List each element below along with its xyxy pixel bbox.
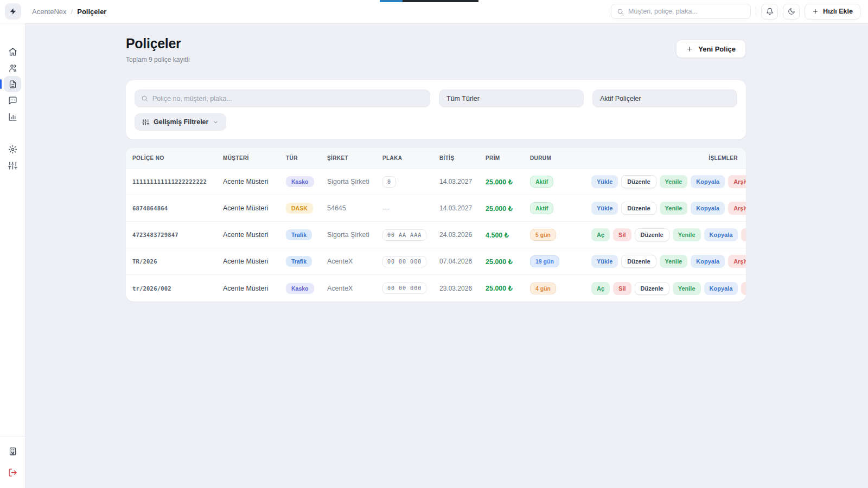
sidebar-item-settings[interactable]: [4, 141, 21, 157]
quick-add-button[interactable]: Hızlı Ekle: [805, 4, 860, 20]
sidebar-item-reports[interactable]: [4, 108, 21, 125]
global-search-input[interactable]: [628, 8, 745, 15]
sliders-icon: [142, 119, 149, 126]
yenile-button[interactable]: Yenile: [673, 228, 701, 241]
status-badge: Aktif: [530, 176, 553, 188]
yukle-button[interactable]: Yükle: [591, 175, 618, 188]
type-badge: DASK: [286, 203, 313, 214]
kopyala-button[interactable]: Kopyala: [704, 282, 738, 295]
duzenle-button[interactable]: Düzenle: [635, 228, 669, 241]
policy-search: [135, 89, 430, 107]
policy-search-input[interactable]: [152, 95, 430, 102]
duzenle-button[interactable]: Düzenle: [621, 202, 656, 215]
arsivle-button[interactable]: Arşivle: [741, 228, 746, 241]
duzenle-button[interactable]: Düzenle: [621, 255, 656, 268]
status-badge: 4 gün: [530, 282, 556, 294]
yenile-button[interactable]: Yenile: [660, 175, 688, 188]
plate-cell: 00 00 000: [382, 256, 439, 267]
sidebar-item-messages[interactable]: [4, 92, 21, 108]
ac-button[interactable]: Aç: [591, 282, 610, 295]
table-row: 6874864864Acente MüsteriDASK54645—14.03.…: [126, 195, 746, 222]
end-date: 23.03.2026: [439, 285, 486, 292]
plate-value: 00 00 000: [382, 282, 426, 294]
gear-icon: [8, 145, 17, 154]
kopyala-button[interactable]: Kopyala: [691, 202, 725, 215]
plus-icon: [812, 8, 819, 15]
kopyala-button[interactable]: Kopyala: [691, 175, 725, 188]
customers-icon: [8, 63, 17, 73]
duzenle-button[interactable]: Düzenle: [635, 282, 669, 295]
status-badge: 19 gün: [530, 255, 559, 267]
sidebar-item-preferences[interactable]: [4, 157, 21, 174]
sidebar-item-dashboard[interactable]: [4, 43, 21, 60]
premium-amount: 25.000 ₺: [486, 204, 530, 213]
arsivle-button[interactable]: Arşivle: [728, 202, 746, 215]
status-badge: Aktif: [530, 202, 553, 214]
sidebar-item-customers[interactable]: [4, 60, 21, 76]
plate-cell: 0: [382, 176, 439, 188]
plate-value: 00 00 000: [382, 256, 426, 267]
page-subtitle: Toplam 9 poliçe kayıtlı: [126, 56, 190, 63]
status-cell: Aktif: [530, 202, 591, 214]
yenile-button[interactable]: Yenile: [660, 202, 688, 215]
notifications-button[interactable]: [761, 4, 778, 20]
plate-value: 00 AA AAA: [382, 229, 426, 241]
plate-value: —: [382, 204, 390, 213]
breadcrumb-brand[interactable]: AcenteNex: [32, 8, 67, 16]
sidebar-item-company[interactable]: [4, 443, 21, 459]
column-header-si-rket: ŞİRKET: [327, 155, 382, 161]
company-name: 54645: [327, 204, 382, 212]
dark-mode-toggle[interactable]: [783, 4, 800, 20]
row-actions: YükleDüzenleYenileKopyalaArşivle: [591, 202, 746, 215]
company-name: AcenteX: [327, 285, 382, 292]
kopyala-button[interactable]: Kopyala: [704, 228, 738, 241]
topbar-divider: [756, 7, 756, 16]
sidebar-secondary-nav: [4, 141, 21, 174]
yenile-button[interactable]: Yenile: [660, 255, 688, 268]
kopyala-button[interactable]: Kopyala: [691, 255, 725, 268]
sidebar-item-logout[interactable]: [4, 464, 21, 480]
status-filter-select[interactable]: Aktif Poliçeler: [592, 89, 737, 107]
yukle-button[interactable]: Yükle: [591, 255, 618, 268]
type-cell: Kasko: [286, 283, 327, 294]
type-filter-select[interactable]: Tüm Türler: [439, 89, 584, 107]
arsivle-button[interactable]: Arşivle: [741, 282, 746, 295]
app-logo-button[interactable]: [5, 3, 21, 20]
yukle-button[interactable]: Yükle: [591, 202, 618, 215]
row-actions: AçSilDüzenleYenileKopyalaArşivle: [591, 282, 746, 295]
column-header-durum: DURUM: [530, 155, 591, 161]
advanced-filters-label: Gelişmiş Filtreler: [154, 118, 208, 126]
status-cell: 4 gün: [530, 282, 591, 294]
company-name: Sigorta Şirketi: [327, 178, 382, 185]
duzenle-button[interactable]: Düzenle: [621, 175, 656, 188]
chevron-down-icon: [213, 119, 219, 125]
plate-cell: 00 AA AAA: [382, 229, 439, 241]
artifact-dark-segment: [403, 0, 478, 2]
arsivle-button[interactable]: Arşivle: [728, 175, 746, 188]
end-date: 14.03.2027: [439, 178, 486, 185]
sil-button[interactable]: Sil: [613, 228, 631, 241]
row-actions: YükleDüzenleYenileKopyalaArşivle: [591, 175, 746, 188]
table-header-row: POLİÇE NOMÜŞTERİTÜRŞİRKETPLAKABİTİŞPRİMD…: [126, 148, 746, 169]
new-policy-button[interactable]: Yeni Poliçe: [676, 40, 746, 58]
plate-value: 0: [382, 176, 396, 188]
breadcrumb-separator: /: [71, 8, 73, 16]
breadcrumb-current: Poliçeler: [77, 8, 106, 16]
sil-button[interactable]: Sil: [613, 282, 631, 295]
arsivle-button[interactable]: Arşivle: [728, 255, 746, 268]
status-badge: 5 gün: [530, 229, 556, 241]
plate-cell: —: [382, 203, 439, 213]
type-badge: Kasko: [286, 283, 314, 294]
table-body: 111111111111222222222Acente MüsteriKasko…: [126, 169, 746, 301]
yenile-button[interactable]: Yenile: [673, 282, 701, 295]
customer-name: Acente Müsteri: [223, 178, 286, 185]
advanced-filters-button[interactable]: Gelişmiş Filtreler: [135, 113, 226, 131]
ac-button[interactable]: Aç: [591, 228, 610, 241]
page-title: Poliçeler: [126, 36, 190, 52]
policy-number: tr/2026/002: [132, 285, 223, 292]
policy-number: TR/2026: [132, 258, 223, 265]
sidebar-item-policies[interactable]: [4, 76, 21, 92]
table-row: TR/2026Acente MüsteriTrafikAcenteX00 00 …: [126, 248, 746, 275]
moon-icon: [788, 8, 795, 15]
premium-amount: 25.000 ₺: [486, 284, 530, 292]
